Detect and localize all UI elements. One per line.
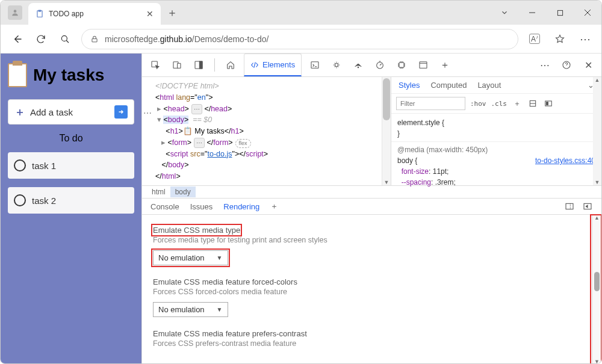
lock-icon bbox=[90, 35, 99, 43]
memory-tab-icon[interactable] bbox=[393, 57, 410, 73]
task-item[interactable]: task 1 bbox=[8, 152, 134, 179]
computed-sidebar-icon[interactable] bbox=[527, 98, 538, 109]
svg-line-7 bbox=[66, 40, 69, 43]
crumb-body[interactable]: body bbox=[170, 187, 196, 197]
webpage-viewport: My tasks ＋ Add a task To do task 1 task … bbox=[1, 54, 141, 364]
address-bar[interactable]: microsoftedge.github.io/Demos/demo-to-do… bbox=[81, 29, 518, 49]
console-drawer-tab[interactable]: Console bbox=[150, 202, 179, 211]
back-button[interactable] bbox=[9, 31, 25, 47]
rendering-panel: Emulate CSS media type Forces media type… bbox=[142, 215, 601, 364]
emulate-media-type-label: Emulate CSS media type bbox=[153, 226, 240, 235]
devtools-panel: Elements ＋ ⋯ ✕ ⋯ <!DOCTYPE html> <html l… bbox=[141, 54, 601, 364]
drawer-collapse-icon[interactable] bbox=[582, 201, 593, 212]
svg-point-17 bbox=[377, 62, 383, 69]
stylesheet-link[interactable]: to-do-styles.css:40 bbox=[535, 155, 595, 166]
dom-scrollbar[interactable]: ▲ ▼ bbox=[382, 77, 391, 185]
emulate-media-type-desc: Forces media type for testing print and … bbox=[153, 236, 591, 244]
task-radio[interactable] bbox=[14, 194, 26, 206]
forced-colors-label: Emulate CSS media feature forced-colors bbox=[153, 277, 591, 286]
svg-rect-3 bbox=[557, 10, 562, 15]
styles-filter-input[interactable] bbox=[396, 97, 465, 110]
device-toggle-icon[interactable] bbox=[169, 57, 185, 73]
svg-rect-24 bbox=[547, 102, 548, 105]
page-title: My tasks bbox=[33, 66, 104, 85]
close-window-button[interactable] bbox=[574, 1, 601, 25]
section-heading: To do bbox=[8, 133, 134, 144]
drawer-scrollbar[interactable]: ▲ ▼ bbox=[592, 215, 601, 364]
add-tab-button[interactable]: ＋ bbox=[436, 57, 453, 73]
tab-close-button[interactable]: ✕ bbox=[146, 9, 154, 19]
svg-rect-11 bbox=[178, 63, 181, 68]
favorite-button[interactable] bbox=[552, 31, 568, 47]
task-radio[interactable] bbox=[14, 159, 26, 171]
sources-tab-icon[interactable] bbox=[328, 57, 345, 73]
svg-rect-13 bbox=[199, 61, 202, 69]
rendering-drawer-tab[interactable]: Rendering bbox=[223, 202, 259, 211]
browser-toolbar: microsoftedge.github.io/Demos/demo-to-do… bbox=[1, 25, 601, 54]
new-style-rule-icon[interactable]: ＋ bbox=[512, 98, 523, 109]
elements-tab[interactable]: Elements bbox=[244, 54, 302, 76]
dom-line-menu-icon[interactable]: ⋯ bbox=[143, 108, 152, 118]
tab-favicon-icon bbox=[36, 10, 44, 18]
devtools-close-button[interactable]: ✕ bbox=[580, 57, 597, 73]
forced-colors-desc: Forces CSS forced-colors media feature bbox=[153, 288, 591, 296]
task-label: task 1 bbox=[32, 161, 56, 171]
prefers-contrast-label: Emulate CSS media feature prefers-contra… bbox=[153, 329, 591, 338]
inspect-icon[interactable] bbox=[147, 57, 164, 73]
new-tab-button[interactable]: ＋ bbox=[161, 5, 184, 20]
issues-drawer-tab[interactable]: Issues bbox=[190, 202, 213, 211]
crumb-html[interactable]: html bbox=[147, 187, 170, 197]
window-titlebar: TODO app ✕ ＋ bbox=[1, 1, 601, 25]
hov-toggle[interactable]: :hov bbox=[470, 100, 486, 108]
drawer-tabs: Console Issues Rendering ＋ bbox=[142, 199, 601, 215]
refresh-button[interactable] bbox=[33, 31, 49, 47]
help-icon[interactable] bbox=[558, 57, 575, 73]
svg-rect-8 bbox=[92, 39, 97, 42]
svg-point-16 bbox=[358, 67, 359, 67]
profile-icon[interactable] bbox=[8, 5, 22, 20]
flexbox-overlay-icon[interactable] bbox=[543, 98, 554, 109]
add-drawer-tab-button[interactable]: ＋ bbox=[270, 201, 278, 212]
clipboard-icon bbox=[8, 63, 27, 87]
plus-icon: ＋ bbox=[14, 105, 25, 119]
prefers-contrast-desc: Forces CSS prefers-contrast media featur… bbox=[153, 339, 591, 348]
dom-tree[interactable]: ⋯ <!DOCTYPE html> <html lang="en"> ▸<hea… bbox=[142, 77, 391, 185]
computed-subtab[interactable]: Computed bbox=[430, 81, 467, 90]
application-tab-icon[interactable] bbox=[415, 57, 432, 73]
browser-menu-button[interactable]: ⋯ bbox=[577, 31, 593, 47]
read-aloud-icon[interactable]: A♪ bbox=[527, 31, 542, 47]
emulate-media-type-select[interactable]: No emulation▼ bbox=[153, 250, 228, 265]
devtools-menu-button[interactable]: ⋯ bbox=[536, 57, 553, 73]
search-button[interactable] bbox=[57, 31, 73, 47]
styles-scrollbar[interactable]: ▲ ▼ bbox=[593, 77, 601, 185]
caret-down-icon[interactable] bbox=[491, 1, 518, 25]
submit-icon[interactable] bbox=[114, 105, 128, 119]
browser-tab[interactable]: TODO app ✕ bbox=[28, 3, 161, 25]
network-tab-icon[interactable] bbox=[350, 57, 367, 73]
tab-title: TODO app bbox=[49, 10, 141, 18]
svg-rect-25 bbox=[566, 203, 573, 209]
cls-toggle[interactable]: .cls bbox=[491, 100, 507, 108]
forced-colors-select[interactable]: No emulation▼ bbox=[153, 302, 228, 317]
minimize-button[interactable] bbox=[518, 1, 546, 25]
svg-point-6 bbox=[61, 35, 67, 41]
dock-icon[interactable] bbox=[190, 57, 207, 73]
svg-rect-14 bbox=[311, 62, 318, 69]
maximize-button[interactable] bbox=[546, 1, 574, 25]
svg-point-0 bbox=[14, 10, 17, 13]
svg-rect-18 bbox=[399, 63, 404, 67]
styles-panel: Styles Computed Layout ⌄ :hov .cls ＋ ele… bbox=[391, 77, 601, 185]
drawer-expand-icon[interactable] bbox=[564, 201, 575, 212]
devtools-toolbar: Elements ＋ ⋯ ✕ bbox=[142, 54, 601, 77]
svg-point-15 bbox=[335, 63, 338, 66]
console-tab-icon[interactable] bbox=[306, 57, 323, 73]
performance-tab-icon[interactable] bbox=[371, 57, 388, 73]
url-text: microsoftedge.github.io/Demos/demo-to-do… bbox=[105, 34, 268, 44]
layout-subtab[interactable]: Layout bbox=[477, 81, 501, 90]
task-label: task 2 bbox=[32, 196, 56, 206]
svg-rect-19 bbox=[420, 62, 427, 69]
styles-subtab[interactable]: Styles bbox=[399, 81, 420, 90]
task-item[interactable]: task 2 bbox=[8, 187, 134, 214]
add-task-input[interactable]: ＋ Add a task bbox=[8, 99, 134, 125]
welcome-tab-icon[interactable] bbox=[222, 57, 239, 73]
